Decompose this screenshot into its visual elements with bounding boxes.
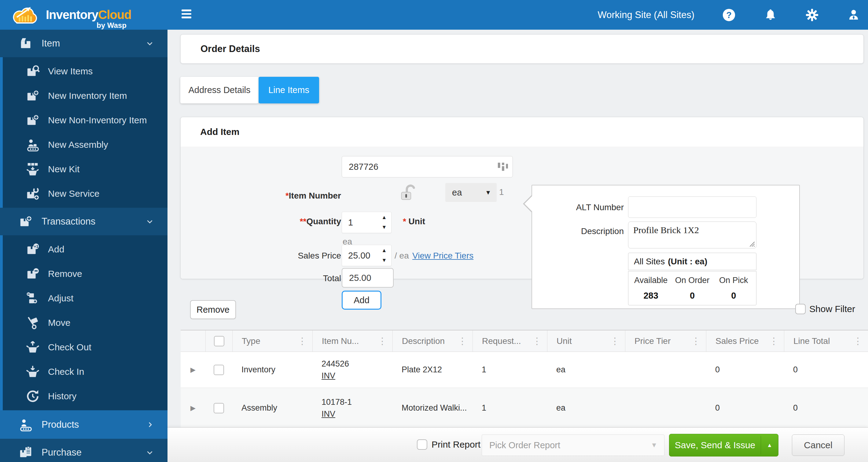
cell-sales-price: 0 <box>706 352 784 388</box>
select-all-checkbox[interactable] <box>214 336 224 346</box>
sidebar-item-new-service[interactable]: New Service <box>3 181 167 206</box>
alt-number-label: ALT Number <box>544 203 624 212</box>
cell-price-tier <box>625 388 706 428</box>
chevron-down-icon <box>146 39 154 48</box>
notifications-bell-icon[interactable] <box>764 8 778 22</box>
brand-name: InventoryCloud <box>46 8 131 22</box>
tab-line-items[interactable]: Line Items <box>258 77 319 104</box>
order-details-card: Order Details <box>180 34 864 64</box>
save-options-caret-icon[interactable] <box>761 434 778 456</box>
sidebar-item-adjust[interactable]: Adjust <box>3 286 167 311</box>
total-input[interactable] <box>342 268 394 288</box>
cell-description: Plate 2X12 <box>393 352 472 388</box>
sidebar-item-view-items[interactable]: View Items <box>3 59 167 84</box>
unlock-icon[interactable] <box>396 182 416 202</box>
new-non-inventory-item-icon <box>25 112 41 128</box>
barcode-scan-icon[interactable] <box>497 161 509 173</box>
add-item-card: Add Item *Item Number **Quantity ea <box>180 117 864 279</box>
cancel-button[interactable]: Cancel <box>792 434 844 456</box>
sales-price-stepper <box>342 245 392 266</box>
column-menu-icon[interactable] <box>531 336 543 346</box>
grid-header-checkbox-cell <box>206 330 232 351</box>
sidebar-item-check-in[interactable]: Check In <box>3 359 167 384</box>
sidebar-item-add[interactable]: +1 Add <box>3 237 167 262</box>
sales-price-increment-icon[interactable] <box>379 246 390 256</box>
description-textarea[interactable]: Profile Brick 1X2 <box>628 222 756 248</box>
sidebar-item-remove[interactable]: Remove <box>3 262 167 286</box>
top-bar: InventoryCloud by Wasp Working Site (All… <box>0 0 868 30</box>
show-filter-checkbox[interactable] <box>795 304 806 314</box>
total-label: Total <box>199 273 341 283</box>
menu-toggle-icon[interactable] <box>182 9 192 19</box>
show-filter-toggle: Show Filter <box>795 304 855 314</box>
sidebar-section-purchase[interactable]: Purchase <box>0 439 167 462</box>
new-assembly-icon <box>25 137 41 153</box>
sidebar-item-new-inventory-item[interactable]: New Inventory Item <box>3 84 167 108</box>
tab-address-details[interactable]: Address Details <box>180 77 258 104</box>
column-menu-icon[interactable] <box>690 336 702 346</box>
check-in-icon <box>25 364 41 380</box>
grid-header-price-tier[interactable]: Price Tier <box>625 330 706 351</box>
sidebar-section-transactions[interactable]: Transactions <box>0 208 167 235</box>
sidebar-section-item[interactable]: Item <box>0 30 167 57</box>
chevron-down-icon <box>146 217 154 226</box>
resize-grip-icon[interactable] <box>748 240 755 247</box>
cell-type: Inventory <box>232 352 312 388</box>
add-item-title: Add Item <box>181 117 863 147</box>
print-report-checkbox[interactable] <box>417 439 427 450</box>
sales-price-decrement-icon[interactable] <box>379 256 390 265</box>
sidebar-item-new-non-inventory-item[interactable]: New Non-Inventory Item <box>3 108 167 133</box>
inv-link[interactable]: INV <box>321 371 335 381</box>
grid-header-unit[interactable]: Unit <box>547 330 625 351</box>
add-button[interactable]: Add <box>342 291 381 310</box>
cell-requested: 1 <box>472 352 547 388</box>
item-number-input[interactable] <box>342 156 513 177</box>
alt-number-input[interactable] <box>628 196 756 218</box>
cell-item-number: 10178-1 INV <box>312 388 393 428</box>
sales-price-label: Sales Price <box>199 251 341 261</box>
remove-rows-button[interactable]: Remove <box>190 300 236 319</box>
grid-header-description[interactable]: Description <box>393 330 472 351</box>
column-menu-icon[interactable] <box>457 336 468 346</box>
svg-text:+1: +1 <box>34 244 38 249</box>
sidebar-transactions-submenu: +1 Add Remove Adjust Move Check <box>0 235 167 410</box>
working-site-label[interactable]: Working Site (All Sites) <box>598 9 694 21</box>
grid-header-type[interactable]: Type <box>232 330 312 351</box>
row-expand-icon[interactable] <box>190 404 196 412</box>
inv-link[interactable]: INV <box>321 409 335 419</box>
grid-header-line-total[interactable]: Line Total <box>784 330 868 351</box>
stock-stats: Available283 On Order0 On Pick0 <box>628 271 756 305</box>
settings-gear-icon[interactable] <box>805 8 819 22</box>
sidebar-item-new-kit[interactable]: New Kit <box>3 157 167 181</box>
row-checkbox[interactable] <box>214 365 224 375</box>
column-menu-icon[interactable] <box>852 336 864 346</box>
sidebar-item-move[interactable]: Move <box>3 311 167 335</box>
row-expand-icon[interactable] <box>190 366 196 374</box>
brand-tagline: by Wasp <box>97 21 127 30</box>
grid-header-requested[interactable]: Request... <box>472 330 547 351</box>
column-menu-icon[interactable] <box>609 336 621 346</box>
sidebar-item-check-out[interactable]: Check Out <box>3 335 167 359</box>
column-menu-icon[interactable] <box>376 336 388 346</box>
new-service-icon <box>25 186 41 202</box>
action-footer: Print Report Pick Order Report Save, Sen… <box>167 427 868 462</box>
help-icon[interactable]: ? <box>722 8 736 22</box>
grid-header-item-number[interactable]: Item Nu... <box>312 330 393 351</box>
user-account-icon[interactable] <box>847 8 861 22</box>
view-price-tiers-link[interactable]: View Price Tiers <box>412 251 473 261</box>
new-inventory-item-icon <box>25 88 41 104</box>
report-select[interactable]: Pick Order Report <box>482 434 664 456</box>
row-checkbox[interactable] <box>214 403 224 413</box>
sidebar-section-products[interactable]: Products <box>0 410 167 439</box>
sales-price-input[interactable] <box>342 245 377 266</box>
save-send-issue-button[interactable]: Save, Send & Issue <box>669 434 778 457</box>
sidebar-section-label: Transactions <box>41 216 146 227</box>
sidebar-item-new-assembly[interactable]: New Assembly <box>3 133 167 157</box>
line-items-grid: Type Item Nu... Description Request... U… <box>181 330 868 428</box>
column-menu-icon[interactable] <box>297 336 308 346</box>
sidebar-item-history[interactable]: History <box>3 384 167 408</box>
grid-header-sales-price[interactable]: Sales Price <box>706 330 784 351</box>
column-menu-icon[interactable] <box>768 336 780 346</box>
item-number-label: *Item Number <box>199 191 341 201</box>
unit-select[interactable]: ea <box>445 183 497 202</box>
